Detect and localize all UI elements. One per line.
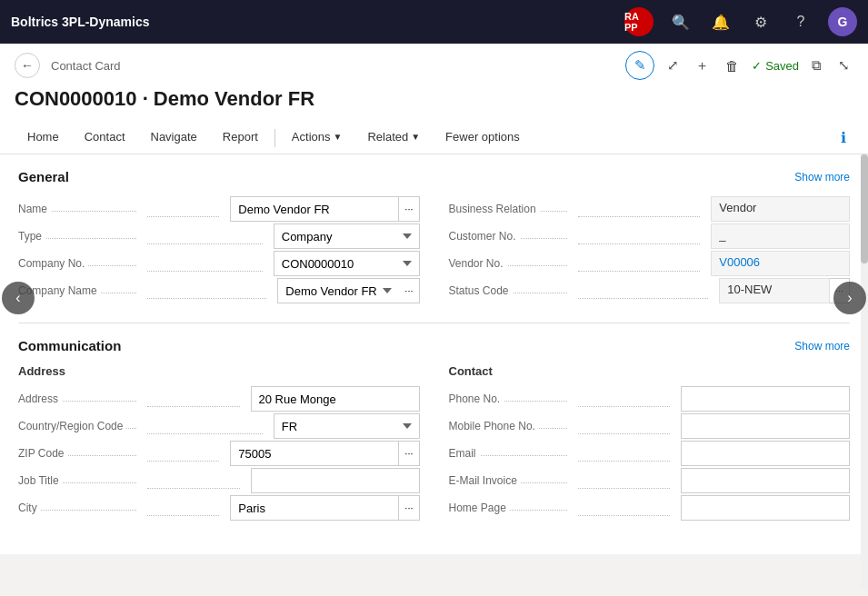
email-invoice-row: E-Mail Invoice [449,467,851,494]
info-icon[interactable]: ℹ [833,122,853,154]
phone-label: Phone No. [449,392,567,405]
content-inner: General Show more Name ··· [0,154,868,554]
country-select[interactable]: FR [274,413,420,439]
tab-home[interactable]: Home [15,123,72,153]
email-dotted [578,461,671,462]
add-button[interactable]: ＋ [692,54,713,78]
share-button[interactable]: ⤢ [663,54,683,77]
communication-section-header: Communication Show more [18,338,850,353]
saved-status: ✓ Saved [752,59,799,73]
business-relation-value: Vendor [711,196,850,222]
name-label: Name [18,203,136,215]
type-select[interactable]: Company [274,224,420,249]
scroll-thumb[interactable] [861,154,868,263]
page-header: ← Contact Card ✎ ⤢ ＋ 🗑 ✓ Saved ⧉ ⤡ CON00… [0,44,868,154]
country-dotted [147,433,263,434]
tab-contact[interactable]: Contact [72,123,138,153]
zip-label: ZIP Code [18,447,136,460]
vendor-no-dotted [578,271,701,272]
nav-arrow-left[interactable]: ‹ [2,282,35,314]
name-input[interactable] [230,196,399,222]
company-name-select[interactable]: Demo Vendor FR [277,278,399,303]
nav-arrow-right[interactable]: › [833,282,866,314]
tab-related[interactable]: Related ▼ [354,123,433,153]
scroll-track [861,154,868,589]
job-title-label: Job Title [18,474,136,487]
type-label: Type [18,230,136,243]
tab-divider [274,129,275,147]
name-addon-button[interactable]: ··· [399,196,419,222]
company-name-dotted [147,298,266,299]
address-input[interactable] [251,386,420,412]
vendor-no-row: Vendor No. V00006 [449,250,851,277]
status-code-input-group: 10-NEW ··· [719,278,850,303]
home-page-row: Home Page [449,494,851,522]
job-title-input[interactable] [251,468,420,493]
business-relation-dotted [578,216,701,217]
tab-fewer-options[interactable]: Fewer options [433,123,533,153]
back-button[interactable]: ← [15,53,40,78]
general-section-header: General Show more [18,169,850,184]
company-name-addon-button[interactable]: ··· [399,278,419,303]
city-input-group: ··· [230,495,419,521]
navbar-icons: RA PP 🔍 🔔 ⚙ ? G [624,7,857,36]
help-button[interactable]: ? [788,9,813,35]
delete-button[interactable]: 🗑 [722,55,743,77]
edit-button[interactable]: ✎ [625,51,654,80]
section-divider [18,323,850,323]
mobile-dotted [578,433,671,434]
user-badge[interactable]: RA PP [624,7,653,36]
name-input-group: ··· [230,196,419,222]
tab-actions[interactable]: Actions ▼ [279,123,355,153]
check-icon: ✓ [752,59,762,73]
email-invoice-input[interactable] [681,468,850,493]
phone-dotted [578,406,671,407]
phone-row: Phone No. [449,385,851,412]
status-code-row: Status Code 10-NEW ··· [449,277,851,304]
zip-row: ZIP Code ··· [18,440,420,467]
tab-report[interactable]: Report [210,123,271,153]
general-left-col: Name ··· Type [18,195,420,304]
user-avatar[interactable]: G [828,7,857,36]
home-page-label: Home Page [449,502,567,514]
collapse-button[interactable]: ⤡ [834,54,853,77]
city-addon-button[interactable]: ··· [399,495,419,521]
status-code-label: Status Code [449,284,567,297]
communication-show-more[interactable]: Show more [794,340,850,353]
mobile-input[interactable] [681,413,850,439]
vendor-no-label: Vendor No. [449,257,567,270]
zip-dotted [147,461,219,462]
notifications-button[interactable]: 🔔 [708,9,733,35]
business-relation-row: Business Relation Vendor [449,195,851,223]
contact-col: Contact Phone No. Mobile Phone No. [449,364,851,522]
name-dotted [147,216,219,217]
country-row: Country/Region Code FR [18,412,420,440]
status-code-value: 10-NEW [719,278,830,303]
general-section-title: General [18,169,69,184]
name-row: Name ··· [18,195,420,223]
type-dotted [147,243,263,244]
settings-button[interactable]: ⚙ [748,9,773,35]
business-relation-label: Business Relation [449,203,567,215]
email-input[interactable] [681,441,850,466]
general-right-col: Business Relation Vendor Customer No. _ [449,195,851,304]
communication-form-grid: Address Address Country/Region Code [18,364,850,522]
email-label: Email [449,447,567,460]
email-invoice-dotted [578,488,671,489]
tab-navigate[interactable]: Navigate [138,123,210,153]
search-button[interactable]: 🔍 [668,9,693,35]
zip-addon-button[interactable]: ··· [399,441,419,466]
phone-input[interactable] [681,386,850,412]
customer-no-row: Customer No. _ [449,223,851,250]
company-name-label: Company Name [18,284,136,297]
zip-input[interactable] [230,441,399,466]
vendor-no-value: V00006 [711,251,850,276]
home-page-input[interactable] [681,495,850,521]
general-show-more[interactable]: Show more [794,171,850,184]
city-input[interactable] [230,495,399,521]
header-actions: ✎ ⤢ ＋ 🗑 ✓ Saved ⧉ ⤡ [625,51,853,80]
open-in-new-button[interactable]: ⧉ [808,54,825,77]
company-no-select[interactable]: CON0000010 [274,251,420,276]
address-row: Address [18,385,420,412]
mobile-label: Mobile Phone No. [449,420,567,432]
